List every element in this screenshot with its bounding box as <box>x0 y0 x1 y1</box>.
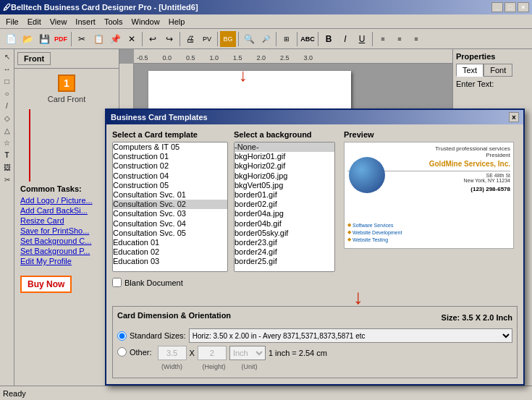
delete-button[interactable]: ✕ <box>124 31 140 47</box>
menu-window[interactable]: Window <box>127 16 164 27</box>
bg-option[interactable]: bkgVert05.jpg <box>235 181 334 190</box>
template-option[interactable]: Consultation Svc. 03 <box>113 209 227 218</box>
sep2 <box>142 32 143 46</box>
new-button[interactable]: 📄 <box>3 31 19 47</box>
bg-option[interactable]: border05sky.gif <box>235 229 334 238</box>
front-tab-label[interactable]: Front <box>17 52 51 65</box>
bg-option[interactable]: border04a.jpg <box>235 209 334 218</box>
menu-file[interactable]: File <box>1 16 23 27</box>
zoom-out-button[interactable]: 🔎 <box>258 31 274 47</box>
close-btn[interactable]: × <box>518 2 529 12</box>
paste-button[interactable]: 📌 <box>107 31 123 47</box>
bold-button[interactable]: B <box>321 31 337 47</box>
template-option[interactable]: Consultation Svc. 05 <box>113 229 227 238</box>
background-button[interactable]: BG <box>220 31 236 47</box>
pdf-button[interactable]: PDF <box>53 31 69 47</box>
triangle-tool[interactable]: △ <box>1 124 13 136</box>
buy-now-button[interactable]: Buy Now <box>20 276 72 293</box>
image-tool[interactable]: 🖼 <box>1 161 13 173</box>
star-tool[interactable]: ☆ <box>1 137 13 148</box>
template-option[interactable]: Consultation Svc. 02 <box>113 200 227 209</box>
underline-button[interactable]: U <box>354 31 370 47</box>
spell-button[interactable]: ABC <box>300 31 316 47</box>
task-resize[interactable]: Resize Card <box>20 216 113 225</box>
open-button[interactable]: 📂 <box>20 31 35 47</box>
print-preview-button[interactable]: PV <box>199 31 215 47</box>
dialog-close-button[interactable]: × <box>509 112 519 122</box>
menu-view[interactable]: View <box>46 16 72 27</box>
tab-font[interactable]: Font <box>484 64 512 77</box>
bg-option[interactable]: border01.gif <box>235 190 334 200</box>
sep5 <box>238 32 239 46</box>
print-button[interactable]: 🖨 <box>182 31 198 47</box>
line-tool[interactable]: / <box>1 100 13 111</box>
template-option[interactable]: Consultation Svc. 01 <box>113 190 227 200</box>
blank-document-checkbox[interactable] <box>112 278 122 287</box>
task-add-backside[interactable]: Add Card BackSi... <box>20 206 113 215</box>
bg-option[interactable]: bkgHoriz02.gif <box>235 161 334 171</box>
copy-button[interactable]: 📋 <box>90 31 106 47</box>
maximize-btn[interactable]: □ <box>504 2 516 12</box>
standard-sizes-select[interactable]: Horiz: 3.50 x 2.00 in - Avery 8371,5371,… <box>189 328 512 343</box>
template-listbox[interactable]: Computers & IT 05 Construction 01 Constr… <box>112 142 228 272</box>
menu-insert[interactable]: Insert <box>71 16 100 27</box>
task-add-logo[interactable]: Add Logo / Picture... <box>20 196 113 205</box>
template-option[interactable]: Education 03 <box>113 257 227 266</box>
menu-tools[interactable]: Tools <box>100 16 127 27</box>
template-option[interactable]: Computers & IT 05 <box>113 142 227 152</box>
standard-sizes-radio[interactable] <box>117 331 127 341</box>
ellipse-tool[interactable]: ○ <box>1 88 13 99</box>
redo-button[interactable]: ↪ <box>161 31 177 47</box>
other-sizes-radio[interactable] <box>117 347 127 357</box>
bg-option[interactable]: border04b.gif <box>235 219 334 229</box>
bg-option[interactable]: border24.gif <box>235 247 334 257</box>
align-right-button[interactable]: ≡ <box>408 31 424 47</box>
menu-edit[interactable]: Edit <box>23 16 46 27</box>
height-input[interactable] <box>198 346 227 360</box>
tab-text[interactable]: Text <box>456 64 484 77</box>
rect-tool[interactable]: □ <box>1 75 13 87</box>
template-option[interactable]: Education 01 <box>113 238 227 247</box>
italic-button[interactable]: I <box>337 31 353 47</box>
align-center-button[interactable]: ≡ <box>392 31 408 47</box>
undo-button[interactable]: ↩ <box>145 31 161 47</box>
bg-option[interactable]: border02.gif <box>235 200 334 209</box>
task-save-print[interactable]: Save for PrintSho... <box>20 226 113 235</box>
minimize-btn[interactable]: _ <box>491 2 503 12</box>
left-panel: Front 1 Card Front Common Tasks: Add Log… <box>14 49 119 386</box>
template-option[interactable]: Construction 05 <box>113 181 227 190</box>
tool2[interactable]: ↔ <box>1 63 13 75</box>
template-option[interactable]: Construction 01 <box>113 152 227 161</box>
text-tool[interactable]: T <box>1 149 13 161</box>
template-option[interactable]: Construction 02 <box>113 161 227 171</box>
bg-option[interactable]: border25.gif <box>235 257 334 266</box>
bg-option[interactable]: bkgHoriz06.jpg <box>235 171 334 181</box>
select-tool[interactable]: ↖ <box>1 51 13 62</box>
background-listbox[interactable]: -None- bkgHoriz01.gif bkgHoriz02.gif bkg… <box>234 142 335 272</box>
grid-button[interactable]: ⊞ <box>279 31 295 47</box>
task-bg-color[interactable]: Set Background C... <box>20 237 113 245</box>
bg-option[interactable]: bkgHoriz01.gif <box>235 152 334 161</box>
properties-tabs: Text Font <box>456 64 529 77</box>
sep9 <box>372 32 373 46</box>
bg-option[interactable]: -None- <box>235 142 334 152</box>
task-bg-picture[interactable]: Set Background P... <box>20 247 113 255</box>
cut-button[interactable]: ✂ <box>74 31 90 47</box>
width-sublabel: (Width) <box>158 363 187 370</box>
crop-tool[interactable]: ✂ <box>1 174 13 185</box>
background-col-label: Select a background <box>234 130 338 139</box>
template-option[interactable]: Consultation Svc. 04 <box>113 219 227 229</box>
diamond-tool[interactable]: ◇ <box>1 112 13 124</box>
common-tasks-title: Common Tasks: <box>20 184 113 193</box>
width-input[interactable] <box>158 346 187 360</box>
template-option[interactable]: Education 02 <box>113 247 227 257</box>
bg-option[interactable]: border23.gif <box>235 238 334 247</box>
save-button[interactable]: 💾 <box>36 31 52 47</box>
align-left-button[interactable]: ≡ <box>375 31 391 47</box>
zoom-in-button[interactable]: 🔍 <box>241 31 257 47</box>
unit-select[interactable]: Inch <box>229 346 266 360</box>
menu-help[interactable]: Help <box>164 16 190 27</box>
template-option[interactable]: Construction 04 <box>113 171 227 181</box>
ruler-mark: 2.5 <box>280 54 290 61</box>
task-edit-profile[interactable]: Edit My Profile <box>20 257 113 265</box>
